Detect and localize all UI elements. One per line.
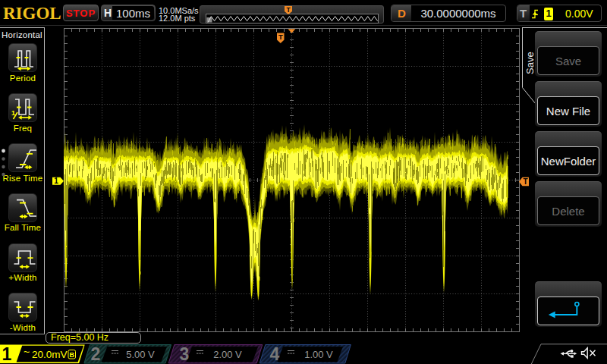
svg-text:4: 4 [270,344,280,364]
svg-text:3: 3 [180,344,190,364]
svg-text:T: T [278,33,283,41]
svg-text:1: 1 [2,344,12,364]
svg-text:B: B [69,351,74,359]
svg-text:2.00 V: 2.00 V [213,349,242,360]
svg-text:5.00 V: 5.00 V [126,349,155,360]
svg-text:~: ~ [24,346,30,358]
svg-text:2: 2 [91,344,101,364]
svg-text:20.0mV: 20.0mV [32,349,68,360]
svg-text:1.00 V: 1.00 V [304,349,333,360]
svg-text:1: 1 [54,177,58,185]
svg-text:T: T [524,177,528,186]
svg-text:1: 1 [11,109,15,117]
